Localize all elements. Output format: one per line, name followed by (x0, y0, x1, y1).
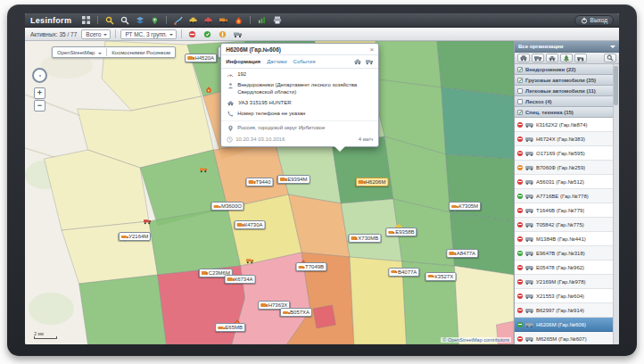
group-suv[interactable]: Внедорожники (22) (515, 64, 613, 75)
pan-compass[interactable] (32, 68, 47, 83)
scrollbar[interactable] (613, 64, 619, 344)
vehicle-row[interactable]: В7060Ф (Гар.№259) (515, 161, 613, 175)
popup-row-id: 192 (221, 69, 378, 79)
offline-filter-icon[interactable] (186, 29, 197, 39)
truck-orange-icon[interactable] (218, 15, 229, 26)
map-marker[interactable]: Х730МВ (348, 234, 381, 243)
vehicle-row[interactable]: Е9647В (Гар.№318) (515, 246, 613, 261)
scrollbar-thumb[interactable] (614, 66, 618, 105)
parked-filter-icon[interactable] (217, 29, 227, 39)
forest-filter-icon[interactable] (560, 54, 573, 62)
print-icon[interactable] (271, 15, 283, 26)
map-marker[interactable]: К7305М (449, 202, 481, 211)
truck-filter-icon[interactable] (532, 54, 544, 62)
vehicle-row[interactable]: В62997 (Гар.№914) (515, 303, 613, 318)
tab-sensors[interactable]: Датчики (267, 59, 286, 64)
routes-icon[interactable] (172, 15, 184, 26)
map-marker[interactable]: Т7049В (295, 262, 326, 271)
toolbar-separator (250, 16, 251, 24)
map-marker[interactable]: К4730А (235, 220, 266, 229)
map-marker[interactable]: Е65МВ (215, 323, 245, 332)
map-marker[interactable]: В4077А (388, 268, 419, 277)
marker-icon[interactable] (149, 15, 161, 26)
vehicle-row[interactable]: Е05478 (Гар.№962) (515, 261, 613, 275)
car-red-icon[interactable] (202, 15, 214, 26)
truck-icon[interactable] (245, 252, 254, 268)
search-icon[interactable] (119, 15, 130, 26)
close-icon[interactable]: × (370, 47, 375, 53)
group-special[interactable]: Спец. техника (15) (515, 107, 613, 118)
checkbox[interactable] (517, 99, 523, 104)
popup-row-address: Россия, городской округ Ирбитское (221, 120, 378, 134)
chart-icon[interactable] (256, 15, 268, 26)
zoom-in-button[interactable]: + (34, 87, 45, 99)
map-marker[interactable]: К6734А (225, 275, 256, 284)
organization-select[interactable]: Все организации (515, 41, 619, 53)
vehicle-list: Внедорожники (22) Грузовые автомобили (3… (515, 64, 619, 344)
popup-row-model: УАЗ 315195 HUNTER (221, 97, 378, 108)
fire-icon[interactable] (233, 15, 244, 26)
apps-grid-icon[interactable] (80, 15, 92, 26)
map-marker[interactable]: Е9394М (277, 175, 310, 184)
group-select[interactable]: Всего (81, 29, 111, 39)
car-yellow-icon[interactable] (187, 15, 199, 26)
base-layer-select[interactable]: OpenStreetMap (57, 50, 102, 55)
vehicle-row[interactable]: М6265М (Гар.№607) (515, 332, 613, 344)
status-icon (517, 179, 523, 185)
fire-icon[interactable] (205, 81, 212, 97)
vehicle-row[interactable]: О17169 (Гар.№595) (515, 146, 613, 161)
special-filter-icon[interactable] (574, 54, 587, 62)
vehicle-row[interactable]: У2169М (Гар.№978) (515, 275, 613, 289)
checkbox[interactable] (517, 67, 523, 72)
map-marker[interactable]: М3600О (211, 202, 244, 211)
fleet-select[interactable]: РТ МС, 3 групп. (120, 29, 177, 39)
map-marker-selected[interactable]: Н6206М (356, 178, 389, 186)
group-trucks[interactable]: Грузовые автомобили (35) (515, 75, 613, 86)
truck-icon[interactable] (143, 212, 152, 228)
car-filter-icon[interactable] (546, 54, 558, 62)
vehicle-row-selected[interactable]: Н6206М (Гар.№606) (515, 318, 613, 332)
map-canvas[interactable]: OpenStreetMap Космоснимки Росинком + − 2… (25, 41, 514, 344)
checkbox[interactable] (517, 110, 523, 115)
marker-vehicle-icon (388, 231, 393, 235)
follow-icon[interactable] (365, 58, 374, 65)
zoom-area-icon[interactable] (103, 15, 115, 26)
group-cars[interactable]: Легковые автомобили (11) (515, 86, 613, 96)
vehicle-row[interactable]: Н6724Х (Гар.№383) (515, 132, 613, 146)
tab-events[interactable]: События (293, 59, 316, 64)
vehicle-row[interactable]: А56031 (Гар.№512) (515, 175, 613, 189)
vehicle-row[interactable]: А7716ВЕ (Гар.№778) (515, 189, 613, 203)
logout-button[interactable]: Выход (574, 15, 614, 26)
sidebar-search-button[interactable] (604, 54, 616, 62)
map-marker[interactable]: А8477А (447, 249, 478, 258)
zoom-out-button[interactable]: − (34, 100, 45, 112)
truck-icon[interactable] (199, 161, 208, 177)
scale-line (34, 336, 57, 339)
vehicle-row[interactable]: М1384В (Гар.№441) (515, 232, 613, 246)
vehicle-row[interactable]: Т05842 (Гар.№775) (515, 218, 613, 232)
suv-filter-icon[interactable] (517, 54, 530, 62)
map-marker[interactable]: Е9358В (385, 228, 417, 236)
truck-count-icon[interactable] (232, 29, 243, 39)
vehicle-row[interactable]: Т1646В (Гар.№779) (515, 203, 613, 218)
map-marker[interactable]: У2164М (119, 232, 151, 241)
vehicle-info-popup: Н6206М (Гар.№606) × Информация Датчики С… (220, 43, 379, 147)
group-forestry[interactable]: Лесхоз (4) (515, 96, 613, 107)
map-marker[interactable]: Т9440 (246, 178, 274, 186)
map-attribution[interactable]: © OpenStreetMap contributors (441, 337, 511, 343)
map-marker[interactable]: Н4520А (185, 54, 217, 62)
vehicle-row[interactable]: Х21553 (Гар.№604) (515, 289, 613, 303)
tab-information[interactable]: Информация (226, 59, 260, 64)
checkbox[interactable] (517, 78, 523, 83)
checkbox[interactable] (517, 88, 523, 94)
vehicle-row[interactable]: К3162Х2 (Гар.№874) (515, 118, 613, 132)
status-icon (517, 294, 523, 299)
layers-icon[interactable] (134, 15, 145, 26)
track-icon[interactable] (353, 58, 362, 65)
vehicle-label: М6265М (Гар.№607) (536, 336, 587, 342)
map-marker[interactable]: В057ХА (280, 308, 312, 317)
overlay-layer-option[interactable]: Космоснимки Росинком (111, 50, 170, 55)
marker-label: К7305М (458, 203, 478, 210)
map-marker[interactable]: К3527Х (425, 272, 456, 281)
moving-filter-icon[interactable] (202, 29, 212, 39)
